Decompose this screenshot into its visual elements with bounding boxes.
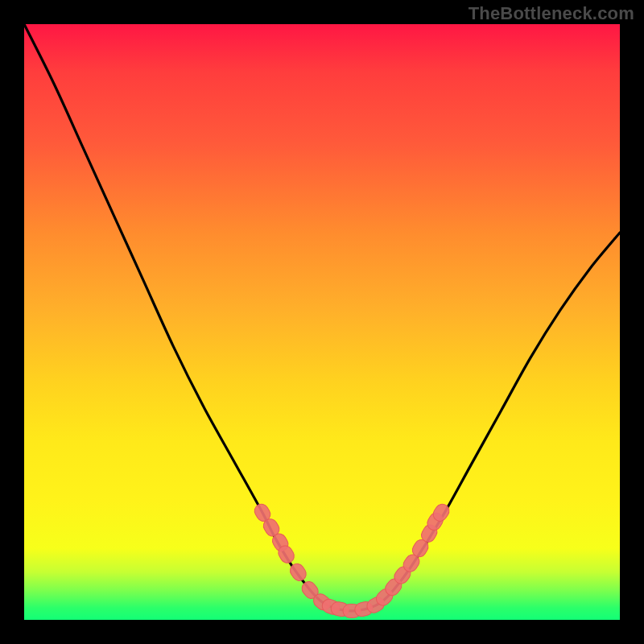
curve-path <box>24 24 620 611</box>
plot-area <box>24 24 620 620</box>
chart-frame: TheBottleneck.com <box>0 0 644 644</box>
chart-svg <box>24 24 620 620</box>
marker-group <box>252 502 452 618</box>
watermark-text: TheBottleneck.com <box>469 3 634 24</box>
